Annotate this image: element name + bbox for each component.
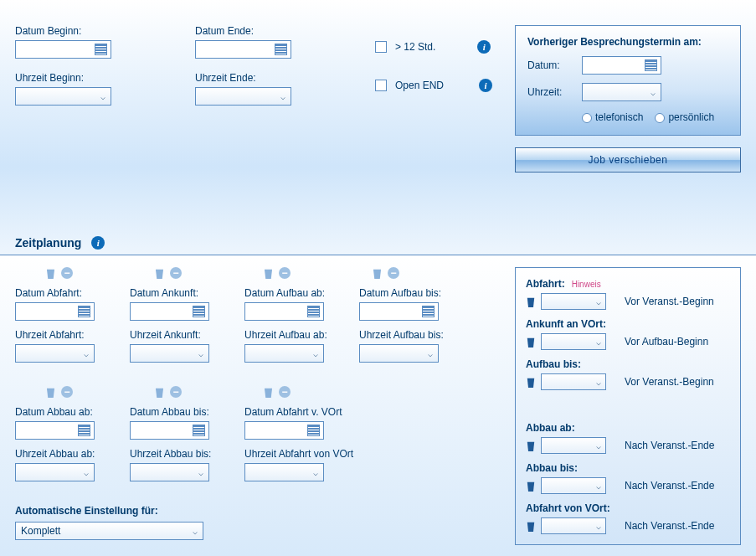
meeting-time-select[interactable]: ⌵ bbox=[582, 83, 661, 101]
off-ankunft-title: Ankunft an VOrt: bbox=[526, 318, 606, 330]
off-abfahrt-select[interactable]: ⌵ bbox=[541, 293, 606, 310]
trash-icon[interactable] bbox=[263, 267, 274, 279]
off-abfahrt-suffix: Vor Veranst.-Beginn bbox=[625, 296, 714, 307]
off-ankunft-select[interactable]: ⌵ bbox=[541, 333, 606, 350]
chevron-down-icon: ⌵ bbox=[313, 349, 318, 358]
minus-icon[interactable]: − bbox=[388, 267, 399, 279]
off-abfahrtvort-suffix: Nach Veranst.-Ende bbox=[625, 520, 714, 532]
label-uhrzeit-aufbau-ab: Uhrzeit Aufbau ab: bbox=[244, 329, 342, 341]
time-aufbau-ab-select[interactable]: ⌵ bbox=[244, 344, 324, 363]
meeting-uhrzeit-label: Uhrzeit: bbox=[527, 86, 573, 98]
trash-icon[interactable] bbox=[526, 520, 536, 532]
date-ende-input[interactable] bbox=[195, 40, 291, 59]
off-ankunft-suffix: Vor Aufbau-Beginn bbox=[625, 336, 708, 348]
openend-checkbox[interactable] bbox=[375, 80, 387, 91]
radio-telefonisch[interactable]: telefonisch bbox=[582, 111, 643, 123]
info-icon[interactable]: i bbox=[477, 40, 491, 54]
trash-icon[interactable] bbox=[372, 267, 383, 279]
off-aufbaubis-suffix: Vor Veranst.-Beginn bbox=[625, 376, 714, 388]
offsets-panel: Abfahrt:Hinweis ⌵ Vor Veranst.-Beginn An… bbox=[515, 267, 741, 545]
label-uhrzeit-abbau-bis: Uhrzeit Abbau bis: bbox=[130, 448, 228, 460]
chevron-down-icon: ⌵ bbox=[428, 349, 433, 358]
off-aufbaubis-select[interactable]: ⌵ bbox=[541, 373, 606, 390]
radio-persoenlich-label: persönlich bbox=[668, 111, 714, 123]
date-abbau-ab-input[interactable] bbox=[15, 421, 95, 440]
meeting-panel: Vorheriger Besprechungstermin am: Datum:… bbox=[515, 25, 741, 136]
trash-icon[interactable] bbox=[526, 336, 536, 348]
off-abbauab-title: Abbau ab: bbox=[526, 422, 575, 434]
time-abbau-ab-select[interactable]: ⌵ bbox=[15, 463, 95, 481]
chevron-down-icon: ⌵ bbox=[596, 378, 601, 387]
calendar-icon bbox=[78, 306, 90, 317]
auto-einstellung-label: Automatische Einstellung für: bbox=[15, 505, 509, 517]
time-beginn-select[interactable]: ⌵ bbox=[15, 87, 111, 106]
label-datum-ankunft: Datum Ankunft: bbox=[130, 287, 228, 299]
chevron-down-icon: ⌵ bbox=[596, 297, 601, 306]
label-uhrzeit-abbau-ab: Uhrzeit Abbau ab: bbox=[15, 448, 113, 460]
calendar-icon bbox=[193, 425, 205, 436]
calendar-icon bbox=[422, 306, 435, 317]
gt12-checkbox[interactable] bbox=[375, 41, 387, 53]
chevron-down-icon: ⌵ bbox=[100, 92, 105, 101]
off-abfahrtvort-title: Abfahrt von VOrt: bbox=[526, 502, 610, 514]
chevron-down-icon: ⌵ bbox=[280, 92, 285, 101]
calendar-icon bbox=[275, 44, 287, 55]
radio-telefonisch-label: telefonisch bbox=[595, 111, 643, 123]
off-abfahrtvort-select[interactable]: ⌵ bbox=[541, 517, 606, 534]
calendar-icon bbox=[78, 425, 90, 436]
time-abbau-bis-select[interactable]: ⌵ bbox=[130, 463, 209, 481]
label-datum-beginn: Datum Beginn: bbox=[15, 25, 162, 37]
trash-icon[interactable] bbox=[45, 267, 56, 279]
off-abbauab-suffix: Nach Veranst.-Ende bbox=[625, 440, 714, 451]
minus-icon[interactable]: − bbox=[170, 386, 182, 398]
off-hinweis[interactable]: Hinweis bbox=[572, 280, 601, 289]
label-datum-abbau-ab: Datum Abbau ab: bbox=[15, 406, 113, 418]
date-abbau-bis-input[interactable] bbox=[130, 421, 209, 440]
chevron-down-icon: ⌵ bbox=[596, 522, 601, 531]
date-beginn-input[interactable] bbox=[15, 40, 111, 59]
off-abbaubis-title: Abbau bis: bbox=[526, 462, 578, 474]
off-abbauab-select[interactable]: ⌵ bbox=[541, 437, 606, 454]
time-ende-select[interactable]: ⌵ bbox=[195, 87, 291, 106]
minus-icon[interactable]: − bbox=[61, 267, 73, 279]
time-aufbau-bis-select[interactable]: ⌵ bbox=[359, 344, 439, 363]
radio-persoenlich[interactable]: persönlich bbox=[655, 111, 714, 123]
info-icon[interactable]: i bbox=[91, 236, 105, 250]
trash-icon[interactable] bbox=[526, 376, 536, 388]
info-icon[interactable]: i bbox=[479, 79, 492, 92]
minus-icon[interactable]: − bbox=[279, 386, 291, 398]
openend-label: Open END bbox=[395, 80, 444, 91]
section-title-zeitplanung: Zeitplanung bbox=[15, 236, 81, 250]
label-uhrzeit-ankunft: Uhrzeit Ankunft: bbox=[130, 329, 228, 341]
trash-icon[interactable] bbox=[45, 386, 56, 398]
label-uhrzeit-abfahrt-vort: Uhrzeit Abfahrt von VOrt bbox=[244, 448, 366, 460]
date-abfahrt-input[interactable] bbox=[15, 302, 95, 321]
time-abfahrt-select[interactable]: ⌵ bbox=[15, 344, 95, 363]
chevron-down-icon: ⌵ bbox=[596, 441, 601, 450]
label-uhrzeit-ende: Uhrzeit Ende: bbox=[195, 72, 342, 84]
time-abfahrt-vort-select[interactable]: ⌵ bbox=[244, 463, 324, 481]
trash-icon[interactable] bbox=[263, 386, 274, 398]
off-abbaubis-select[interactable]: ⌵ bbox=[541, 477, 606, 494]
chevron-down-icon: ⌵ bbox=[193, 527, 198, 536]
date-ankunft-input[interactable] bbox=[130, 302, 209, 321]
trash-icon[interactable] bbox=[526, 296, 536, 307]
chevron-down-icon: ⌵ bbox=[84, 468, 89, 477]
trash-icon[interactable] bbox=[526, 440, 536, 451]
trash-icon[interactable] bbox=[526, 480, 536, 492]
auto-einstellung-select[interactable]: Komplett ⌵ bbox=[15, 522, 203, 540]
minus-icon[interactable]: − bbox=[61, 386, 73, 398]
calendar-icon bbox=[645, 59, 657, 71]
date-abfahrt-vort-input[interactable] bbox=[244, 421, 324, 440]
trash-icon[interactable] bbox=[154, 386, 165, 398]
chevron-down-icon: ⌵ bbox=[313, 468, 318, 477]
meeting-date-input[interactable] bbox=[582, 56, 661, 75]
job-verschieben-button[interactable]: Job verschieben bbox=[515, 147, 741, 172]
time-ankunft-select[interactable]: ⌵ bbox=[130, 344, 209, 363]
label-datum-abbau-bis: Datum Abbau bis: bbox=[130, 406, 228, 418]
date-aufbau-ab-input[interactable] bbox=[244, 302, 324, 321]
date-aufbau-bis-input[interactable] bbox=[359, 302, 439, 321]
minus-icon[interactable]: − bbox=[170, 267, 182, 279]
minus-icon[interactable]: − bbox=[279, 267, 291, 279]
trash-icon[interactable] bbox=[154, 267, 165, 279]
